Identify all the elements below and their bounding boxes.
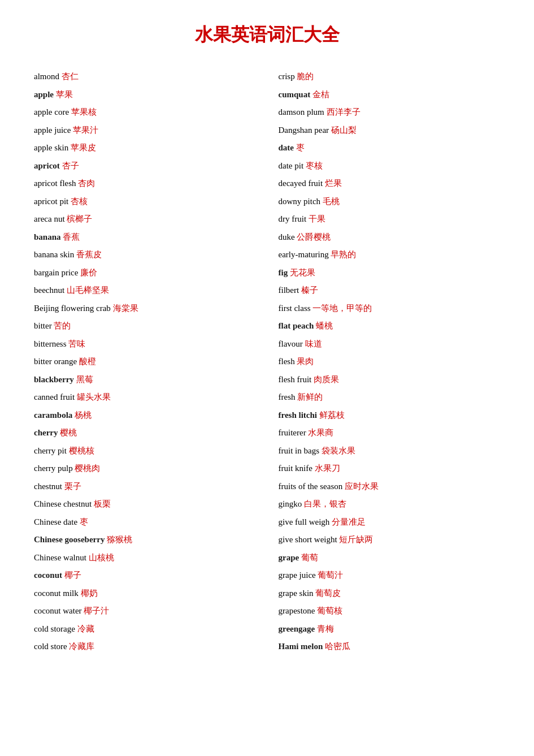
vocab-chinese: 香蕉皮 bbox=[76, 250, 102, 259]
vocab-english: carambola bbox=[34, 411, 72, 420]
vocab-chinese: 葡萄核 bbox=[317, 606, 342, 615]
list-item: Chinese date 枣 bbox=[34, 513, 256, 532]
vocab-english: Hami melon bbox=[279, 642, 323, 651]
vocab-english: Chinese date bbox=[34, 517, 77, 526]
list-item: grapestone 葡萄核 bbox=[279, 602, 501, 620]
vocab-chinese: 山毛榉坚果 bbox=[67, 286, 109, 295]
vocab-chinese: 冷藏 bbox=[77, 624, 94, 633]
vocab-english: flavour bbox=[279, 339, 303, 348]
vocab-chinese: 金桔 bbox=[312, 90, 329, 99]
list-item: fruit in bags 袋装水果 bbox=[279, 442, 501, 460]
vocab-english: bitterness bbox=[34, 339, 67, 348]
vocab-english: greengage bbox=[279, 624, 315, 633]
vocab-english: cherry bbox=[34, 428, 58, 437]
vocab-grid: almond 杏仁apple 苹果apple core 苹果核apple jui… bbox=[34, 68, 500, 656]
vocab-chinese: 脆的 bbox=[297, 72, 314, 81]
vocab-english: fresh bbox=[279, 392, 296, 401]
vocab-chinese: 一等地，甲等的 bbox=[312, 304, 372, 313]
vocab-chinese: 白果，银杏 bbox=[304, 499, 346, 508]
list-item: carambola 杨桃 bbox=[34, 407, 256, 425]
list-item: flesh fruit 肉质果 bbox=[279, 371, 501, 389]
list-item: apple 苹果 bbox=[34, 86, 256, 104]
vocab-chinese: 砀山梨 bbox=[331, 126, 357, 135]
vocab-chinese: 榛子 bbox=[301, 286, 318, 295]
vocab-chinese: 葡萄 bbox=[301, 553, 318, 562]
vocab-english: gingko bbox=[279, 499, 302, 508]
list-item: banana 香蕉 bbox=[34, 228, 256, 247]
vocab-english: give full weigh bbox=[279, 517, 330, 526]
vocab-english: dry fruit bbox=[279, 214, 307, 223]
list-item: give short weight 短斤缺两 bbox=[279, 531, 501, 549]
vocab-english: flesh fruit bbox=[279, 375, 312, 384]
vocab-chinese: 苹果 bbox=[56, 90, 73, 99]
vocab-chinese: 水果商 bbox=[308, 428, 333, 437]
list-item: cold storage 冷藏 bbox=[34, 620, 256, 638]
list-item: almond 杏仁 bbox=[34, 68, 256, 86]
vocab-chinese: 杏核 bbox=[71, 197, 88, 206]
vocab-english: bitter orange bbox=[34, 357, 77, 366]
vocab-chinese: 味道 bbox=[305, 339, 322, 348]
list-item: cold store 冷藏库 bbox=[34, 638, 256, 656]
vocab-english: banana bbox=[34, 232, 61, 241]
vocab-chinese: 椰子汁 bbox=[84, 606, 109, 615]
list-item: fresh 新鲜的 bbox=[279, 388, 501, 407]
vocab-english: apricot flesh bbox=[34, 179, 76, 188]
vocab-english: apricot bbox=[34, 161, 60, 170]
vocab-chinese: 苦味 bbox=[68, 339, 85, 348]
vocab-chinese: 樱桃核 bbox=[69, 446, 94, 455]
list-item: apple skin 苹果皮 bbox=[34, 139, 256, 157]
list-item: Hami melon 哈密瓜 bbox=[279, 638, 501, 656]
vocab-chinese: 烂果 bbox=[325, 179, 342, 188]
vocab-english: cherry pit bbox=[34, 446, 67, 455]
list-item: grape 葡萄 bbox=[279, 549, 501, 567]
list-item: downy pitch 毛桃 bbox=[279, 193, 501, 211]
list-item: cherry pulp 樱桃肉 bbox=[34, 460, 256, 478]
vocab-chinese: 樱桃 bbox=[60, 428, 77, 437]
list-item: gingko 白果，银杏 bbox=[279, 495, 501, 513]
vocab-chinese: 栗子 bbox=[64, 482, 81, 491]
vocab-chinese: 水果刀 bbox=[315, 464, 340, 473]
vocab-chinese: 槟榔子 bbox=[67, 214, 92, 223]
vocab-english: first class bbox=[279, 304, 311, 313]
list-item: cherry 樱桃 bbox=[34, 424, 256, 442]
list-item: cumquat 金桔 bbox=[279, 86, 501, 104]
list-item: apple core 苹果核 bbox=[34, 103, 256, 122]
list-item: grape skin 葡萄皮 bbox=[279, 585, 501, 603]
list-item: apricot flesh 杏肉 bbox=[34, 175, 256, 193]
page-title: 水果英语词汇大全 bbox=[34, 23, 500, 47]
vocab-english: fig bbox=[279, 268, 288, 277]
vocab-chinese: 鲜荔枝 bbox=[319, 411, 345, 420]
vocab-english: apple core bbox=[34, 107, 69, 116]
vocab-english: flat peach bbox=[279, 321, 314, 330]
list-item: duke 公爵樱桃 bbox=[279, 228, 501, 247]
vocab-english: crisp bbox=[279, 72, 295, 81]
vocab-english: Chinese chestnut bbox=[34, 499, 92, 508]
list-item: beechnut 山毛榉坚果 bbox=[34, 282, 256, 300]
list-item: Chinese walnut 山核桃 bbox=[34, 549, 256, 567]
vocab-english: grape skin bbox=[279, 589, 314, 598]
vocab-chinese: 短斤缺两 bbox=[339, 535, 373, 544]
vocab-chinese: 杨桃 bbox=[75, 411, 92, 420]
list-item: bitterness 苦味 bbox=[34, 335, 256, 353]
list-item: grape juice 葡萄汁 bbox=[279, 567, 501, 585]
vocab-english: fruiterer bbox=[279, 428, 306, 437]
vocab-chinese: 椰奶 bbox=[81, 589, 98, 598]
vocab-english: cold store bbox=[34, 642, 67, 651]
vocab-chinese: 早熟的 bbox=[331, 250, 356, 259]
vocab-english: grape juice bbox=[279, 571, 316, 580]
vocab-chinese: 葡萄汁 bbox=[318, 571, 343, 580]
vocab-english: cherry pulp bbox=[34, 464, 73, 473]
list-item: filbert 榛子 bbox=[279, 282, 501, 300]
list-item: date pit 枣核 bbox=[279, 157, 501, 175]
vocab-english: coconut water bbox=[34, 606, 82, 615]
list-item: Chinese gooseberry 猕猴桃 bbox=[34, 531, 256, 549]
vocab-english: downy pitch bbox=[279, 197, 321, 206]
list-item: chestnut 栗子 bbox=[34, 478, 256, 496]
vocab-chinese: 毛桃 bbox=[323, 197, 340, 206]
list-item: decayed fruit 烂果 bbox=[279, 175, 501, 193]
list-item: bitter orange 酸橙 bbox=[34, 353, 256, 371]
vocab-english: coconut milk bbox=[34, 589, 79, 598]
vocab-chinese: 果肉 bbox=[297, 357, 314, 366]
vocab-chinese: 蟠桃 bbox=[316, 321, 333, 330]
vocab-chinese: 肉质果 bbox=[314, 375, 339, 384]
